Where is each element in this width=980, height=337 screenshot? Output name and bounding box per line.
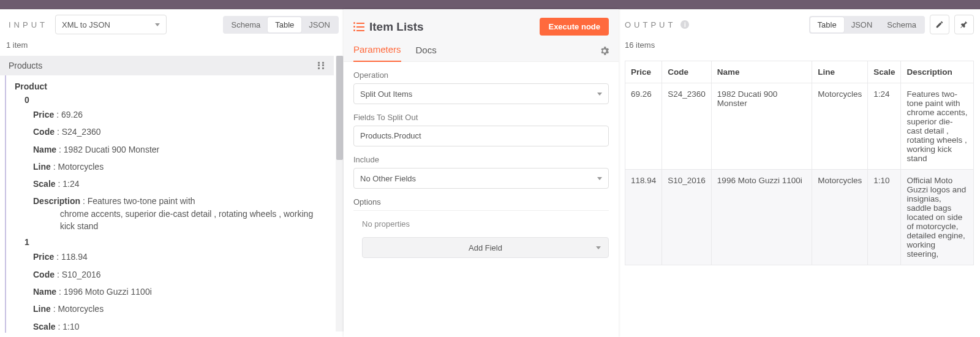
input-source-select[interactable]: XML to JSON — [55, 15, 167, 34]
fields-to-split-input[interactable]: Products.Product — [353, 126, 609, 146]
operation-label: Operation — [353, 70, 609, 80]
include-label: Include — [353, 155, 609, 164]
tab-docs[interactable]: Docs — [416, 45, 437, 61]
tree-kv: Code : S10_2016 — [33, 268, 322, 281]
output-view-toggle: Table JSON Schema — [809, 16, 925, 34]
pencil-icon — [935, 20, 944, 29]
col-line[interactable]: Line — [812, 61, 868, 83]
gear-icon[interactable] — [599, 45, 610, 56]
output-table: Price Code Name Line Scale Description 6… — [625, 61, 974, 265]
tree-kv: Code : S24_2360 — [33, 126, 322, 138]
input-view-table[interactable]: Table — [268, 17, 301, 32]
col-code[interactable]: Code — [662, 61, 712, 83]
output-view-schema[interactable]: Schema — [880, 17, 924, 32]
col-price[interactable]: Price — [625, 61, 662, 83]
input-view-toggle: Schema Table JSON — [223, 16, 339, 34]
edit-button[interactable] — [930, 15, 949, 34]
tree-kv: Line : Motorcycles — [33, 161, 322, 173]
add-field-button[interactable]: Add Field — [362, 237, 609, 258]
execute-node-button[interactable]: Execute node — [540, 18, 609, 36]
tree-index: 0 — [24, 95, 322, 105]
tab-parameters[interactable]: Parameters — [353, 44, 401, 62]
pin-button[interactable] — [954, 15, 974, 34]
col-scale[interactable]: Scale — [868, 61, 901, 83]
chevron-down-icon — [155, 23, 160, 26]
input-scrollbar[interactable] — [336, 56, 344, 331]
col-name[interactable]: Name — [711, 61, 812, 83]
input-child-key: Product — [15, 81, 322, 91]
input-panel: INPUT XML to JSON Schema Table JSON 1 it… — [0, 9, 344, 337]
input-view-json[interactable]: JSON — [301, 17, 337, 32]
output-item-count: 16 items — [625, 39, 974, 56]
info-icon[interactable]: i — [680, 20, 689, 29]
tree-kv: Line : Motorcycles — [33, 303, 322, 315]
tree-kv: Scale : 1:24 — [33, 178, 322, 190]
include-select[interactable]: No Other Fields — [353, 168, 609, 189]
node-panel: Item Lists Execute node Parameters Docs … — [344, 9, 619, 337]
input-root-key: Products — [9, 61, 42, 70]
output-view-table[interactable]: Table — [810, 17, 844, 32]
input-view-schema[interactable]: Schema — [224, 17, 268, 32]
scrollbar-thumb[interactable] — [336, 56, 343, 160]
options-label: Options — [353, 197, 609, 211]
col-description[interactable]: Description — [901, 61, 974, 83]
chevron-down-icon — [597, 93, 602, 96]
input-title: INPUT — [5, 17, 51, 32]
fields-to-split-label: Fields To Split Out — [353, 113, 609, 122]
tree-kv: Price : 69.26 — [33, 108, 322, 121]
no-properties-text: No properties — [353, 211, 609, 237]
item-lists-icon — [353, 23, 364, 31]
table-row[interactable]: 118.94 S10_2016 1996 Moto Guzzi 1100i Mo… — [625, 170, 974, 265]
table-row[interactable]: 69.26 S24_2360 1982 Ducati 900 Monster M… — [625, 83, 974, 170]
window-topbar — [0, 0, 980, 9]
tree-kv: Scale : 1:10 — [33, 320, 322, 333]
chevron-down-icon — [596, 246, 601, 249]
output-view-json[interactable]: JSON — [844, 17, 880, 32]
input-item-count: 1 item — [0, 39, 344, 56]
drag-handle-icon[interactable] — [318, 62, 325, 69]
input-source-value: XML to JSON — [62, 20, 110, 29]
output-title: OUTPUT — [625, 20, 676, 29]
input-root-row[interactable]: Products — [0, 56, 334, 75]
tree-kv: Price : 118.94 — [33, 251, 322, 263]
chevron-down-icon — [597, 177, 602, 180]
input-tree: Product 0 Price : 69.26 Code : S24_2360 … — [5, 75, 334, 333]
operation-select[interactable]: Split Out Items — [353, 83, 609, 104]
tree-index: 1 — [24, 237, 322, 247]
pin-icon — [960, 20, 968, 29]
node-title: Item Lists — [369, 20, 424, 34]
tree-kv: Name : 1982 Ducati 900 Monster — [33, 143, 322, 156]
tree-kv: Description : Features two-tone paint wi… — [33, 195, 322, 232]
tree-kv: Name : 1996 Moto Guzzi 1100i — [33, 286, 322, 298]
output-panel: OUTPUT i Table JSON Schema 16 items Pric… — [619, 9, 980, 337]
